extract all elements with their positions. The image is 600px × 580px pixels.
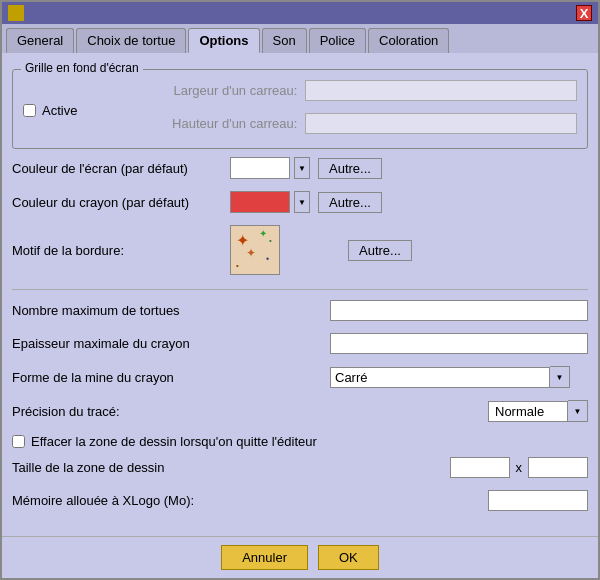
motif-dot2: • [269,236,272,245]
bottom-buttons: Annuler OK [2,536,598,578]
taille-zone-label: Taille de la zone de dessin [12,460,442,475]
active-checkbox[interactable] [23,104,36,117]
hauteur-input[interactable]: 10 [305,113,577,134]
motif-autre-button[interactable]: Autre... [348,240,412,261]
motif-row: Motif de la bordure: ✦ ✦ ✦ • • • Autre..… [12,225,588,275]
couleur-ecran-box[interactable] [230,157,290,179]
main-window: X General Choix de tortue Options Son Po… [0,0,600,580]
taille-zone-width-input[interactable]: 1000 [450,457,510,478]
memoire-row: Mémoire allouée à XLogo (Mo): 64 [12,490,588,511]
largeur-row: Largeur d'un carreau: 10 [97,80,577,101]
ok-button[interactable]: OK [318,545,379,570]
options-panel: Grille en fond d'écran Active Largeur d'… [2,53,598,536]
tab-son[interactable]: Son [262,28,307,53]
couleur-ecran-autre-button[interactable]: Autre... [318,158,382,179]
precision-select-group: Normale ▼ [488,400,588,422]
effacer-label: Effacer la zone de dessin lorsqu'on quit… [31,434,317,449]
forme-mine-row: Forme de la mine du crayon Carré ▼ [12,366,588,388]
forme-mine-select-group: Carré ▼ [330,366,570,388]
precision-dropdown[interactable]: ▼ [568,400,588,422]
effacer-row: Effacer la zone de dessin lorsqu'on quit… [12,434,588,449]
memoire-input[interactable]: 64 [488,490,588,511]
memoire-label: Mémoire allouée à XLogo (Mo): [12,493,480,508]
app-icon [8,5,24,21]
forme-mine-select[interactable]: Carré [330,367,550,388]
largeur-label: Largeur d'un carreau: [97,83,297,98]
precision-row: Précision du tracé: Normale ▼ [12,400,588,422]
motif-label: Motif de la bordure: [12,243,222,258]
motif-preview[interactable]: ✦ ✦ ✦ • • • [230,225,280,275]
active-checkbox-row: Active [23,103,77,118]
nombre-tortues-row: Nombre maximum de tortues 16 [12,300,588,321]
couleur-crayon-label: Couleur du crayon (par défaut) [12,195,222,210]
precision-label: Précision du tracé: [12,404,480,419]
couleur-crayon-picker: ▼ [230,191,310,213]
hauteur-label: Hauteur d'un carreau: [97,116,297,131]
taille-zone-x-label: x [516,460,523,475]
motif-dot1: • [266,254,269,264]
nombre-tortues-input[interactable]: 16 [330,300,588,321]
tab-bar: General Choix de tortue Options Son Poli… [2,24,598,53]
tab-options[interactable]: Options [188,28,259,53]
grille-group-label: Grille en fond d'écran [21,61,143,75]
taille-zone-row: Taille de la zone de dessin 1000 x 1000 [12,457,588,478]
taille-zone-height-input[interactable]: 1000 [528,457,588,478]
nombre-tortues-label: Nombre maximum de tortues [12,303,322,318]
couleur-ecran-row: Couleur de l'écran (par défaut) ▼ Autre.… [12,157,588,179]
forme-mine-label: Forme de la mine du crayon [12,370,322,385]
taille-zone-inputs: 1000 x 1000 [450,457,589,478]
couleur-ecran-label: Couleur de l'écran (par défaut) [12,161,222,176]
hauteur-row: Hauteur d'un carreau: 10 [97,113,577,134]
tab-general[interactable]: General [6,28,74,53]
forme-mine-dropdown[interactable]: ▼ [550,366,570,388]
couleur-crayon-dropdown[interactable]: ▼ [294,191,310,213]
separator1 [12,289,588,290]
couleur-ecran-dropdown[interactable]: ▼ [294,157,310,179]
annuler-button[interactable]: Annuler [221,545,308,570]
couleur-crayon-row: Couleur du crayon (par défaut) ▼ Autre..… [12,191,588,213]
active-label: Active [42,103,77,118]
motif-dot3: • [236,261,239,270]
precision-select[interactable]: Normale [488,401,568,422]
epaisseur-label: Epaisseur maximale du crayon [12,336,322,351]
close-button[interactable]: X [576,5,592,21]
couleur-crayon-autre-button[interactable]: Autre... [318,192,382,213]
motif-star2: ✦ [259,228,267,239]
largeur-input[interactable]: 10 [305,80,577,101]
effacer-checkbox[interactable] [12,435,25,448]
epaisseur-input[interactable]: -1 [330,333,588,354]
epaisseur-row: Epaisseur maximale du crayon -1 [12,333,588,354]
tab-tortue[interactable]: Choix de tortue [76,28,186,53]
couleur-crayon-box[interactable] [230,191,290,213]
grille-group: Grille en fond d'écran Active Largeur d'… [12,69,588,149]
couleur-ecran-picker: ▼ [230,157,310,179]
title-bar: X [2,2,598,24]
tab-coloration[interactable]: Coloration [368,28,449,53]
motif-star3: ✦ [246,246,256,260]
tab-police[interactable]: Police [309,28,366,53]
